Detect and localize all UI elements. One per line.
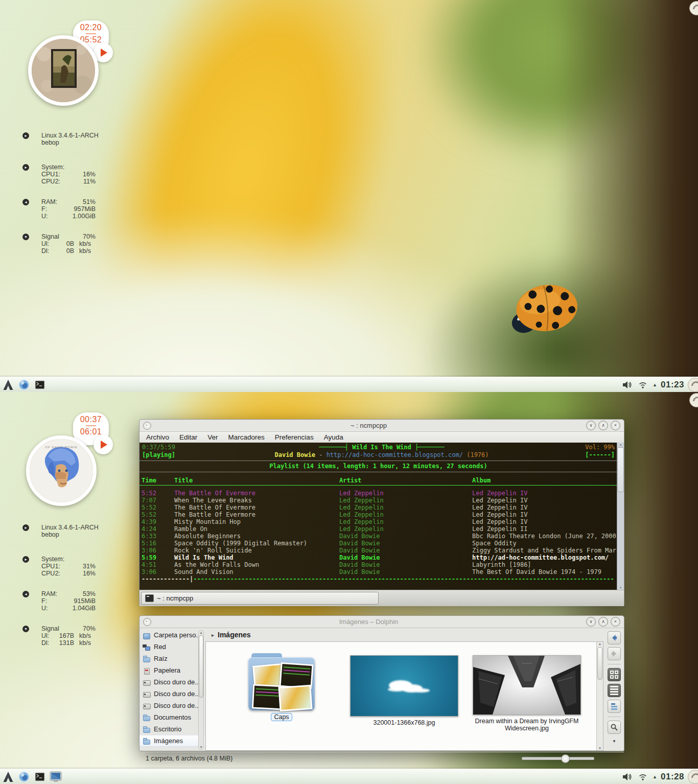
maximize-button[interactable]: ∧ (598, 617, 608, 627)
arch-menu-launcher[interactable] (2, 379, 14, 391)
maximize-button[interactable]: ∧ (598, 421, 608, 430)
scrollbar-thumb[interactable] (617, 447, 624, 492)
playlist-row[interactable]: 5:52The Battle Of EvermoreLed ZeppelinLe… (139, 511, 624, 518)
cpu2-value: 16% (67, 570, 96, 577)
ncmpcpp-terminal[interactable]: 0:37/5:59 ───────┤ Wild Is The Wind ├───… (139, 443, 624, 590)
playlist-row[interactable]: 3:06Rock 'n' Roll SuicideDavid BowieZigg… (139, 547, 624, 554)
sidebar-item-disk2[interactable]: Disco duro de... (139, 688, 204, 700)
sidebar-item-home[interactable]: Carpeta perso... (139, 629, 204, 641)
window-menu-icon[interactable] (143, 618, 151, 626)
desktop-screen-1: 02:20 05:52 ▸ Linux 3.4.6-1-ARCH (0, 0, 698, 392)
minimize-button[interactable]: ∨ (586, 617, 596, 627)
file-folder-caps[interactable]: Caps (243, 653, 320, 721)
album-art[interactable]: OF DAVID BOWIE (26, 435, 97, 506)
terminal-scrollbar[interactable]: ▴▾ (617, 443, 624, 590)
panel-clock[interactable]: 01:23 (661, 380, 684, 390)
wifi-icon[interactable] (637, 771, 649, 783)
wifi-icon[interactable] (637, 379, 649, 391)
sidebar-item-documents[interactable]: Documentos (139, 711, 204, 723)
sidebar-item-network[interactable]: Red (139, 641, 204, 653)
playlist-row[interactable]: 6:33Absolute BeginnersDavid BowieBbc Rad… (139, 533, 624, 540)
search-button[interactable] (608, 721, 621, 734)
menu-archivo[interactable]: Archivo (146, 433, 169, 441)
expand-tray-icon[interactable]: ▲ (653, 382, 657, 387)
konsole-tab[interactable]: ~ : ncmpcpp (141, 592, 379, 605)
details-view-button[interactable] (608, 700, 621, 713)
cpu1-value: 31% (67, 563, 96, 570)
sidebar-scrollbar[interactable]: ▴▾ (198, 630, 204, 750)
play-button[interactable] (94, 435, 113, 454)
back-button[interactable] (608, 631, 621, 644)
playlist-row[interactable]: 5:52The Battle Of EvermoreLed ZeppelinLe… (139, 490, 624, 497)
sidebar-item-trash[interactable]: Papelera (139, 664, 204, 676)
song-progress-bar[interactable]: -------------|--------------------------… (139, 575, 624, 583)
menu-ver[interactable]: Ver (207, 433, 218, 441)
volume-icon[interactable] (621, 771, 633, 783)
breadcrumb-folder[interactable]: Imágenes (218, 631, 251, 639)
sidebar-item-desktop[interactable]: Escritorio (139, 723, 204, 735)
playlist-row[interactable]: 5:52The Battle Of EvermoreLed ZeppelinLe… (139, 504, 624, 511)
file-image-cloud[interactable]: 320001-1366x768.jpg (348, 655, 460, 726)
sidebar-item-root[interactable]: Raíz (139, 653, 204, 664)
window-title: Imágenes – Dolphin (154, 618, 584, 626)
dolphin-status-bar: 1 carpeta, 6 archivos (4.8 MiB) (139, 752, 624, 764)
sidebar-item-images[interactable]: Imágenes (139, 735, 204, 747)
folder-icon (143, 725, 151, 733)
playlist-row-current[interactable]: 5:59Wild Is The WindDavid Bowiehttp://ad… (139, 554, 624, 561)
scrollbar-thumb[interactable] (199, 635, 203, 698)
close-button[interactable]: × (611, 421, 620, 430)
file-label: 320001-1366x768.jpg (348, 719, 460, 726)
display-settings-launcher[interactable] (50, 771, 62, 783)
sidebar-item-disk3[interactable]: Disco duro de... (139, 700, 204, 711)
toolbar-overflow-icon[interactable]: ▾ (613, 739, 616, 744)
window-titlebar[interactable]: ~ : ncmpcpp ∨ ∧ × (139, 420, 624, 432)
icon-view-button[interactable] (608, 668, 621, 681)
breadcrumb[interactable]: ▸ Imágenes (204, 628, 604, 641)
volume-icon[interactable] (621, 379, 633, 391)
slider-handle[interactable] (561, 754, 570, 763)
playlist-row[interactable]: 7:07When The Levee BreaksLed ZeppelinLed… (139, 497, 624, 504)
arch-menu-launcher[interactable] (2, 771, 14, 783)
file-label[interactable]: Caps (271, 713, 292, 721)
view-scrollbar[interactable]: ▴▾ (596, 642, 603, 750)
browser-launcher[interactable] (18, 771, 30, 783)
zoom-slider[interactable] (522, 757, 594, 760)
ram-used: 1.00GiB (67, 213, 96, 220)
menu-editar[interactable]: Editar (179, 433, 197, 441)
forward-button[interactable] (608, 647, 621, 660)
panel-cashew-icon[interactable] (688, 378, 698, 392)
ram-value: 51% (67, 198, 96, 205)
playlist-row[interactable]: 4:24Ramble OnLed ZeppelinLed Zeppelin II (139, 525, 624, 533)
file-view[interactable]: Caps 320001-1366x768.jpg (205, 641, 603, 751)
playlist-row[interactable]: 5:16Space Oddity (1999 Digital Remaster)… (139, 540, 624, 547)
terminal-launcher[interactable] (34, 379, 46, 391)
sidebar-item-disk1[interactable]: Disco duro de... (139, 676, 204, 688)
menu-preferencias[interactable]: Preferencias (275, 433, 314, 441)
panel-cashew-icon[interactable] (688, 770, 698, 784)
menu-marcadores[interactable]: Marcadores (228, 433, 265, 441)
expand-tray-icon[interactable]: ▲ (653, 774, 657, 779)
playlist-row[interactable]: 4:39Misty Mountain HopLed ZeppelinLed Ze… (139, 518, 624, 525)
minimize-button[interactable]: ∨ (586, 421, 596, 430)
play-icon (101, 49, 107, 57)
menu-ayuda[interactable]: Ayuda (324, 433, 343, 441)
file-image-dream[interactable]: Dream within a Dream by IrvingGFM Widesc… (468, 655, 586, 732)
playlist-row[interactable]: 3:06Sound And VisionDavid BowieThe Best … (139, 568, 624, 575)
window-titlebar[interactable]: Imágenes – Dolphin ∨ ∧ × (139, 616, 624, 628)
browser-launcher[interactable] (18, 379, 30, 391)
slider-groove[interactable] (522, 757, 594, 760)
list-view-button[interactable] (608, 684, 621, 697)
scrollbar-thumb[interactable] (597, 647, 602, 680)
playlist-row[interactable]: 4:51As the World Falls DownDavid BowieLa… (139, 561, 624, 568)
terminal-launcher[interactable] (34, 771, 46, 783)
album-art[interactable] (28, 35, 99, 106)
close-button[interactable]: × (611, 617, 620, 627)
panel-clock[interactable]: 01:28 (661, 772, 684, 782)
song-year: (1976) (467, 451, 488, 458)
upload-value: 167B (56, 632, 74, 639)
ram-used: 1.04GiB (67, 605, 96, 612)
current-artist: David Bowie (274, 451, 315, 458)
signal-value: 70% (67, 625, 96, 632)
window-menu-icon[interactable] (143, 422, 151, 430)
grid-view-icon (610, 671, 618, 679)
